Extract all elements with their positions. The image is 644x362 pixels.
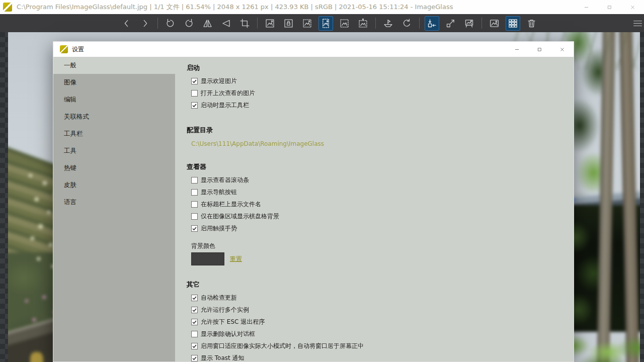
sidebar-item-图像[interactable]: 图像	[53, 74, 175, 91]
sidebar-item-一般[interactable]: 一般	[53, 57, 175, 74]
settings-section: 查看器显示查看器滚动条显示导航按钮在标题栏上显示文件名仅在图像区域显示棋盘格背景…	[187, 162, 564, 265]
sidebar-item-皮肤[interactable]: 皮肤	[53, 176, 175, 194]
checkbox[interactable]	[191, 102, 198, 109]
rotate-left-icon	[165, 18, 176, 29]
main-menu-button[interactable]	[631, 16, 643, 31]
sidebar-item-关联格式[interactable]: 关联格式	[53, 108, 175, 125]
checkbox[interactable]	[191, 295, 198, 301]
image-dashed-pin-icon	[358, 18, 368, 29]
checkbox[interactable]	[191, 189, 198, 196]
checkbox[interactable]	[191, 355, 198, 361]
window-fit-button[interactable]	[425, 16, 439, 31]
checkbox-row[interactable]: 自动检查更新	[191, 292, 564, 304]
window-fit-arrows-icon	[427, 18, 437, 29]
checkbox[interactable]	[191, 307, 198, 313]
maximize-button[interactable]	[528, 42, 551, 57]
rotate-left-button[interactable]	[163, 16, 178, 31]
open-file-button[interactable]	[381, 16, 395, 31]
sidebar-item-编辑[interactable]: 编辑	[53, 91, 175, 108]
checkbox[interactable]	[191, 177, 198, 184]
checkbox[interactable]	[191, 90, 198, 97]
checkbox-row[interactable]: 打开上次查看的图片	[191, 87, 564, 99]
checkbox-label: 启动时显示工具栏	[201, 101, 249, 110]
dialog-titlebar[interactable]: 设置	[53, 42, 574, 57]
imageglass-window: C:\Program Files\ImageGlass\default.jpg …	[0, 0, 644, 362]
sidebar-item-label: 皮肤	[64, 181, 76, 190]
toolbar-separator	[375, 18, 376, 29]
checkbox[interactable]	[191, 213, 198, 220]
close-button[interactable]	[551, 42, 574, 57]
checkbox-row[interactable]: 显示导航按钮	[191, 186, 564, 198]
background-color-swatch[interactable]	[191, 252, 224, 265]
window-controls	[575, 0, 644, 14]
rotate-right-button[interactable]	[182, 16, 196, 31]
checkbox-row[interactable]: 启动时显示工具栏	[191, 99, 564, 111]
image-dashed-tall-icon	[320, 18, 331, 29]
crop-button[interactable]	[237, 16, 252, 31]
checkbox[interactable]	[191, 331, 198, 337]
close-button[interactable]	[621, 0, 644, 14]
scale-to-fit-button[interactable]	[337, 16, 352, 31]
thumbnail-bar-button[interactable]	[506, 16, 520, 31]
checkbox-row[interactable]: 显示欢迎图片	[191, 75, 564, 87]
full-screen-button[interactable]	[443, 16, 458, 31]
minimize-button[interactable]	[506, 42, 528, 57]
sidebar-item-label: 工具	[64, 147, 76, 155]
hamburger-icon	[632, 18, 643, 29]
scale-to-height-button[interactable]	[318, 16, 333, 31]
checkbox-row[interactable]: 允许运行多个实例	[191, 304, 564, 316]
check-mark-icon	[192, 103, 197, 108]
checkbox[interactable]	[191, 343, 198, 349]
config-directory-link[interactable]: C:\Users\111\AppData\Roaming\ImageGlass	[191, 140, 324, 147]
section-title: 其它	[187, 280, 564, 289]
lock-zoom-button[interactable]	[281, 16, 296, 31]
checkbox-row[interactable]: 显示 Toast 通知	[191, 352, 564, 362]
easel-image-icon	[464, 18, 474, 29]
checkbox-row[interactable]: 在标题栏上显示文件名	[191, 198, 564, 210]
sidebar-item-语言[interactable]: 语言	[53, 194, 175, 211]
minimize-icon	[514, 47, 520, 52]
checkbox[interactable]	[191, 201, 198, 208]
checkbox-label: 启用窗口适应图像实际大小模式时，自动将窗口居于屏幕正中	[201, 342, 364, 350]
minimize-button[interactable]	[575, 0, 598, 14]
checkbox[interactable]	[191, 319, 198, 325]
previous-image-button[interactable]	[119, 16, 134, 31]
imageglass-logo-icon	[3, 3, 12, 12]
checkbox-label: 允许运行多个实例	[201, 306, 249, 314]
scale-to-width-button[interactable]	[300, 16, 314, 31]
refresh-button[interactable]	[399, 16, 414, 31]
trash-icon	[526, 18, 537, 29]
checkbox-label: 显示导航按钮	[201, 188, 237, 197]
sidebar-item-工具栏[interactable]: 工具栏	[53, 125, 175, 142]
auto-zoom-button[interactable]	[263, 16, 277, 31]
lock-framed-icon	[283, 18, 294, 29]
slideshow-button[interactable]	[462, 16, 476, 31]
settings-dialog: 设置 一般图像编辑关联格式工具栏工具热键皮肤语言 启动显示欢迎图片打开上次查看的…	[53, 41, 574, 362]
checkbox-row[interactable]: 仅在图像区域显示棋盘格背景	[191, 210, 564, 222]
flip-horizontal-button[interactable]	[200, 16, 215, 31]
checkbox-row[interactable]: 启用窗口适应图像实际大小模式时，自动将窗口居于屏幕正中	[191, 340, 564, 352]
checkbox[interactable]	[191, 78, 198, 84]
sidebar-item-工具[interactable]: 工具	[53, 142, 175, 159]
flip-vertical-button[interactable]	[219, 16, 233, 31]
checkbox-row[interactable]: 显示查看器滚动条	[191, 174, 564, 186]
maximize-button[interactable]	[598, 0, 621, 14]
checkbox-row[interactable]: 显示删除确认对话框	[191, 328, 564, 340]
reset-color-link[interactable]: 重置	[230, 255, 242, 263]
sidebar-item-label: 工具栏	[64, 130, 83, 138]
checkbox-row[interactable]: 允许按下 ESC 退出程序	[191, 316, 564, 328]
main-titlebar[interactable]: C:\Program Files\ImageGlass\default.jpg …	[0, 0, 644, 14]
settings-section: 其它自动检查更新允许运行多个实例允许按下 ESC 退出程序显示删除确认对话框启用…	[187, 280, 564, 362]
checkbox[interactable]	[191, 225, 198, 232]
background-color-label: 背景颜色	[191, 242, 564, 250]
window-title: C:\Program Files\ImageGlass\default.jpg …	[17, 3, 575, 12]
sidebar-item-热键[interactable]: 热键	[53, 159, 175, 176]
checkbox-row[interactable]: 启用触摸手势	[191, 222, 564, 234]
scale-to-fill-button[interactable]	[356, 16, 370, 31]
next-image-button[interactable]	[138, 16, 152, 31]
checkerboard-background-button[interactable]	[487, 16, 502, 31]
check-mark-icon	[192, 78, 197, 84]
delete-image-button[interactable]	[524, 16, 539, 31]
image-dashed-badge-icon	[302, 18, 312, 29]
settings-section: 启动显示欢迎图片打开上次查看的图片启动时显示工具栏	[187, 63, 564, 111]
